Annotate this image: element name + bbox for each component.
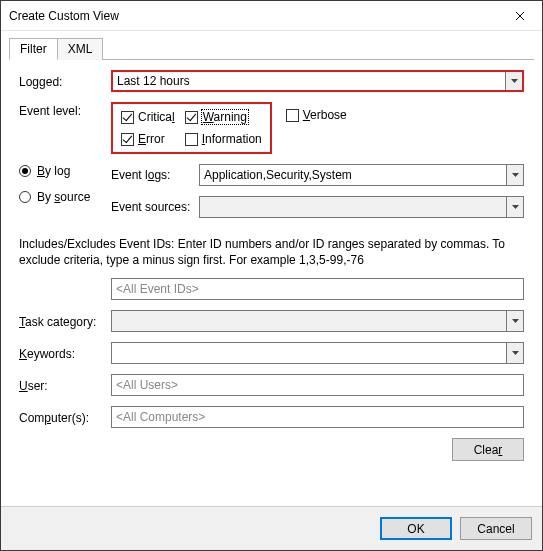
chevron-down-icon [506, 165, 523, 185]
task-category-label: Task category: [19, 313, 111, 329]
close-button[interactable] [498, 1, 542, 31]
checkbox-icon [121, 111, 134, 124]
error-label: Error [138, 132, 165, 146]
titlebar: Create Custom View [1, 1, 542, 31]
logged-label: Logged: [19, 73, 111, 89]
checkbox-icon [121, 133, 134, 146]
logged-dropdown[interactable]: Last 12 hours [111, 70, 524, 92]
chevron-down-icon [506, 197, 523, 217]
dialog-footer: OK Cancel [1, 506, 542, 550]
close-icon [515, 11, 525, 21]
event-logs-label: Event logs: [111, 168, 199, 182]
by-log-label: By log [37, 164, 70, 178]
logged-value: Last 12 hours [113, 74, 505, 88]
user-input[interactable] [111, 374, 524, 396]
keywords-label: Keywords: [19, 345, 111, 361]
event-sources-label: Event sources: [111, 200, 199, 214]
checkbox-icon [286, 109, 299, 122]
information-label: Information [202, 132, 262, 146]
tab-filter[interactable]: Filter [9, 38, 58, 60]
includes-excludes-info: Includes/Excludes Event IDs: Enter ID nu… [19, 236, 524, 268]
event-ids-spacer [19, 288, 111, 290]
by-source-label: By source [37, 190, 90, 204]
event-ids-input[interactable] [111, 278, 524, 300]
critical-label: Critical [138, 110, 175, 124]
checkbox-verbose[interactable]: Verbose [286, 108, 347, 122]
checkbox-error[interactable]: Error [121, 132, 175, 146]
radio-icon [19, 165, 31, 177]
cancel-button[interactable]: Cancel [460, 517, 532, 540]
event-level-label: Event level: [19, 102, 111, 118]
checkbox-critical[interactable]: Critical [121, 110, 175, 124]
radio-by-source[interactable]: By source [19, 190, 111, 204]
warning-label: Warning [202, 110, 248, 124]
event-logs-dropdown[interactable]: Application,Security,System [199, 164, 524, 186]
user-label: User: [19, 377, 111, 393]
tab-strip: Filter XML [9, 37, 534, 60]
verbose-label: Verbose [303, 108, 347, 122]
computers-input[interactable] [111, 406, 524, 428]
computers-label: Computer(s): [19, 409, 111, 425]
event-sources-dropdown[interactable] [199, 196, 524, 218]
radio-by-log[interactable]: By log [19, 164, 111, 178]
checkbox-icon [185, 133, 198, 146]
checkbox-icon [185, 111, 198, 124]
window-title: Create Custom View [9, 9, 119, 23]
chevron-down-icon [506, 311, 523, 331]
ok-button[interactable]: OK [380, 517, 452, 540]
radio-icon [19, 191, 31, 203]
task-category-dropdown[interactable] [111, 310, 524, 332]
checkbox-information[interactable]: Information [185, 132, 262, 146]
chevron-down-icon [505, 72, 522, 90]
tab-xml[interactable]: XML [57, 38, 104, 60]
checkbox-warning[interactable]: Warning [185, 110, 262, 124]
chevron-down-icon [506, 343, 523, 363]
event-logs-value: Application,Security,System [200, 168, 506, 182]
clear-button[interactable]: Clear [452, 438, 524, 461]
keywords-dropdown[interactable] [111, 342, 524, 364]
